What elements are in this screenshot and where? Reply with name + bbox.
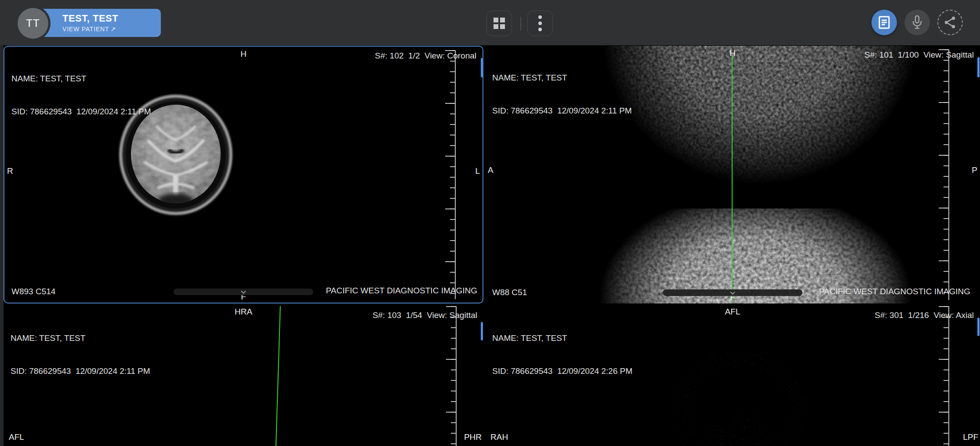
series-scrollbar[interactable] xyxy=(663,289,802,296)
toolbar-divider xyxy=(520,17,521,31)
facility-watermark: PACIFIC WEST DIAGNOSTIC IMAGING xyxy=(819,287,971,296)
view-patient-label: VIEW PATIENT↗ xyxy=(62,26,161,33)
top-toolbar: TT TEST, TEST VIEW PATIENT↗ xyxy=(0,0,980,45)
kebab-menu-icon xyxy=(538,15,542,31)
patient-info-overlay: NAME: TEST, TEST SID: 786629543 12/09/20… xyxy=(11,311,150,398)
orientation-marker-left: A xyxy=(488,165,494,175)
patient-avatar: TT xyxy=(18,8,48,39)
layout-grid-button[interactable] xyxy=(486,11,512,36)
viewport-bottom-right[interactable]: NAME: TEST, TEST SID: 786629543 12/09/20… xyxy=(485,306,980,446)
scroll-position-thumb[interactable] xyxy=(977,318,980,336)
orientation-marker-right: P xyxy=(972,165,977,175)
share-icon xyxy=(944,16,956,29)
study-id-overlay: SID: 786629543 12/09/2024 2:11 PM xyxy=(11,106,151,117)
patient-name: TEST, TEST xyxy=(62,13,161,24)
chevron-down-icon xyxy=(730,291,736,295)
series-info-overlay: S#: 102 1/2 View: Coronal xyxy=(375,51,476,61)
measurement-ruler xyxy=(939,306,949,446)
orientation-marker-top: H xyxy=(730,48,736,58)
chevron-down-icon xyxy=(240,290,247,294)
orientation-marker-left: RAH xyxy=(490,432,508,442)
window-level-overlay: W88 C51 xyxy=(492,288,527,297)
report-button[interactable] xyxy=(871,10,897,35)
series-info-overlay: S#: 301 1/216 View: Axial xyxy=(875,311,974,320)
series-info-overlay: S#: 101 1/100 View: Sagittal xyxy=(864,50,974,60)
orientation-marker-top: HRA xyxy=(235,307,252,317)
series-info-overlay: S#: 103 1/54 View: Sagittal xyxy=(373,311,477,320)
patient-info-overlay: NAME: TEST, TEST SID: 786629543 12/09/20… xyxy=(11,51,151,139)
share-button[interactable] xyxy=(937,10,963,35)
report-document-icon xyxy=(878,16,890,29)
orientation-marker-right: L xyxy=(475,166,480,176)
more-options-button[interactable] xyxy=(527,11,553,36)
scroll-position-thumb[interactable] xyxy=(481,322,483,340)
orientation-marker-right: PHR xyxy=(464,432,482,442)
patient-name-overlay: NAME: TEST, TEST xyxy=(11,73,151,84)
orientation-marker-top: H xyxy=(240,49,247,59)
patient-name-overlay: NAME: TEST, TEST xyxy=(492,72,632,83)
study-id-overlay: SID: 786629543 12/09/2024 2:11 PM xyxy=(11,366,150,377)
dictation-mic-button[interactable] xyxy=(904,10,930,35)
study-id-overlay: SID: 786629543 12/09/2024 2:11 PM xyxy=(492,105,632,116)
measurement-ruler xyxy=(445,50,456,299)
orientation-marker-left: AFL xyxy=(9,432,24,442)
grid-layout-icon xyxy=(493,17,505,29)
facility-watermark: PACIFIC WEST DIAGNOSTIC IMAGING xyxy=(326,286,478,296)
orientation-marker-left: R xyxy=(7,166,13,176)
study-id-overlay: SID: 786629543 12/09/2024 2:26 PM xyxy=(492,366,632,377)
avatar-initials: TT xyxy=(26,17,40,29)
window-level-overlay: W893 C514 xyxy=(11,287,55,296)
microphone-icon xyxy=(911,15,923,29)
viewport-bottom-left[interactable]: NAME: TEST, TEST SID: 786629543 12/09/20… xyxy=(4,306,483,446)
orientation-marker-top: AFL xyxy=(725,307,740,317)
patient-name-overlay: NAME: TEST, TEST xyxy=(11,333,150,344)
reference-line xyxy=(732,56,733,301)
series-scrollbar[interactable] xyxy=(174,289,313,295)
view-patient-button[interactable]: TEST, TEST VIEW PATIENT↗ xyxy=(40,9,161,37)
external-link-arrow-icon: ↗ xyxy=(110,26,116,33)
patient-info-overlay: NAME: TEST, TEST SID: 786629543 12/09/20… xyxy=(492,50,632,138)
measurement-ruler xyxy=(939,49,949,300)
measurement-ruler xyxy=(446,306,457,446)
reference-line xyxy=(276,306,281,446)
viewport-top-right[interactable]: NAME: TEST, TEST SID: 786629543 12/09/20… xyxy=(485,46,980,303)
orientation-marker-right: LPF xyxy=(963,432,978,442)
patient-name-overlay: NAME: TEST, TEST xyxy=(492,333,632,344)
scroll-position-thumb[interactable] xyxy=(481,58,483,77)
patient-info-overlay: NAME: TEST, TEST SID: 786629543 12/09/20… xyxy=(492,311,632,398)
left-edge-strip xyxy=(0,0,4,446)
viewport-top-left[interactable]: NAME: TEST, TEST SID: 786629543 12/09/20… xyxy=(4,46,483,303)
scroll-position-thumb[interactable] xyxy=(977,57,980,77)
